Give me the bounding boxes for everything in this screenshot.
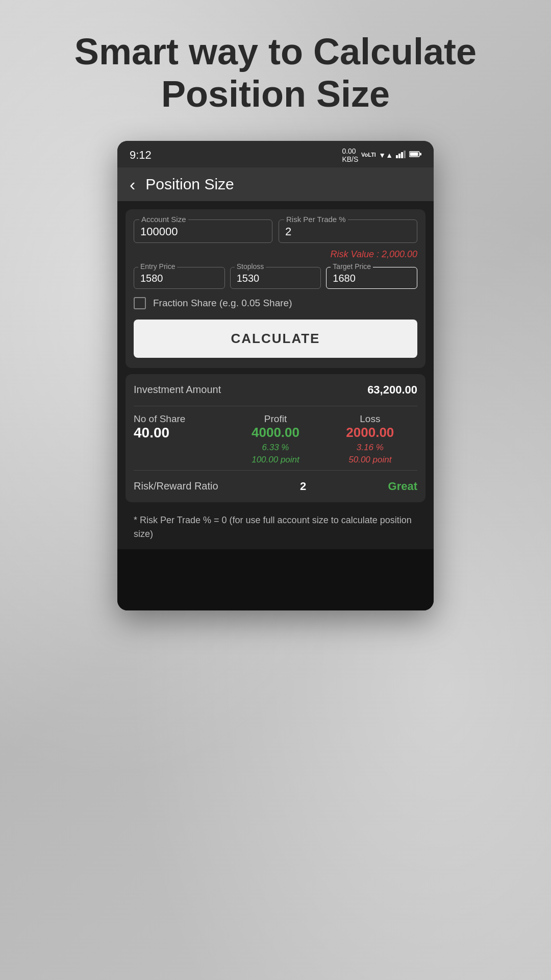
app-body: Account Size Risk Per Trade % Risk Value… xyxy=(117,201,434,549)
footer-note: * Risk Per Trade % = 0 (for use full acc… xyxy=(126,508,425,541)
profit-percent: 6.33 % xyxy=(228,443,322,453)
svg-rect-4 xyxy=(404,151,406,158)
risk-per-trade-label: Risk Per Trade % xyxy=(284,215,348,224)
input-card: Account Size Risk Per Trade % Risk Value… xyxy=(126,209,425,368)
profit-value: 4000.00 xyxy=(228,425,322,440)
results-card: Investment Amount 63,200.00 No of Share … xyxy=(126,374,425,502)
risk-per-trade-field: Risk Per Trade % xyxy=(279,219,417,243)
no-of-share-value: 40.00 xyxy=(134,425,228,441)
svg-text:VoLTE: VoLTE xyxy=(361,152,375,158)
entry-price-label: Entry Price xyxy=(138,262,177,271)
stoploss-field: Stoploss xyxy=(230,267,321,289)
account-size-input[interactable] xyxy=(140,225,266,238)
target-price-label: Target Price xyxy=(331,262,373,271)
three-field-row: Entry Price Stoploss Target Price xyxy=(134,267,417,289)
fraction-share-label: Fraction Share (e.g. 0.05 Share) xyxy=(153,298,292,309)
no-of-share-header: No of Share xyxy=(134,413,228,425)
top-field-row: Account Size Risk Per Trade % xyxy=(134,219,417,243)
investment-amount-label: Investment Amount xyxy=(134,384,221,396)
wifi-icon: ▼▲ xyxy=(379,151,393,159)
account-size-field: Account Size xyxy=(134,219,272,243)
calculate-button[interactable]: CALCULATE xyxy=(134,320,417,358)
risk-value-row: Risk Value : 2,000.00 xyxy=(134,249,417,260)
phone-frame: 9:12 0.00KB/S VoLTE ▼▲ xyxy=(117,141,434,610)
app-header: ‹ Position Size xyxy=(117,167,434,201)
signal-icon xyxy=(396,150,406,160)
status-icons: 0.00KB/S VoLTE ▼▲ xyxy=(342,147,421,163)
svg-rect-2 xyxy=(398,154,400,158)
shares-profit-loss-row: No of Share 40.00 Profit 4000.00 6.33 % … xyxy=(134,406,417,471)
status-time: 9:12 xyxy=(130,149,152,162)
loss-percent: 3.16 % xyxy=(323,443,417,453)
target-price-field: Target Price xyxy=(326,267,417,289)
stoploss-input[interactable] xyxy=(237,273,315,284)
profit-col: Profit 4000.00 6.33 % 100.00 point xyxy=(228,413,322,465)
loss-header: Loss xyxy=(323,413,417,425)
target-price-input[interactable] xyxy=(333,273,411,284)
app-title: Position Size xyxy=(145,176,234,193)
svg-rect-1 xyxy=(396,155,398,158)
entry-price-field: Entry Price xyxy=(134,267,225,289)
risk-reward-label: Risk/Reward Ratio xyxy=(134,480,218,492)
hero-title: Smart way to Calculate Position Size xyxy=(0,31,551,115)
risk-per-trade-input[interactable] xyxy=(285,225,411,238)
risk-reward-value: 2 xyxy=(300,480,306,493)
volte-icon: VoLTE xyxy=(361,150,375,160)
svg-rect-7 xyxy=(420,153,421,156)
investment-amount-row: Investment Amount 63,200.00 xyxy=(134,374,417,406)
loss-col: Loss 2000.00 3.16 % 50.00 point xyxy=(323,413,417,465)
no-of-share-col: No of Share 40.00 xyxy=(134,413,228,465)
bottom-black-area xyxy=(117,549,434,610)
stoploss-label: Stoploss xyxy=(235,262,266,271)
loss-points: 50.00 point xyxy=(323,455,417,465)
profit-points: 100.00 point xyxy=(228,455,322,465)
fraction-share-row[interactable]: Fraction Share (e.g. 0.05 Share) xyxy=(134,297,417,309)
entry-price-input[interactable] xyxy=(140,273,218,284)
status-bar: 9:12 0.00KB/S VoLTE ▼▲ xyxy=(117,141,434,167)
account-size-label: Account Size xyxy=(139,215,188,224)
profit-header: Profit xyxy=(228,413,322,425)
back-button[interactable]: ‹ xyxy=(130,176,135,193)
risk-reward-badge: Great xyxy=(388,480,417,493)
risk-reward-row: Risk/Reward Ratio 2 Great xyxy=(134,471,417,502)
svg-rect-6 xyxy=(410,153,418,156)
fraction-share-checkbox[interactable] xyxy=(134,297,146,309)
svg-rect-3 xyxy=(401,152,403,158)
risk-value-text: Risk Value : 2,000.00 xyxy=(331,249,417,259)
battery-icon xyxy=(409,151,421,159)
data-speed-icon: 0.00KB/S xyxy=(342,147,358,163)
loss-value: 2000.00 xyxy=(323,425,417,440)
investment-amount-value: 63,200.00 xyxy=(367,383,417,397)
